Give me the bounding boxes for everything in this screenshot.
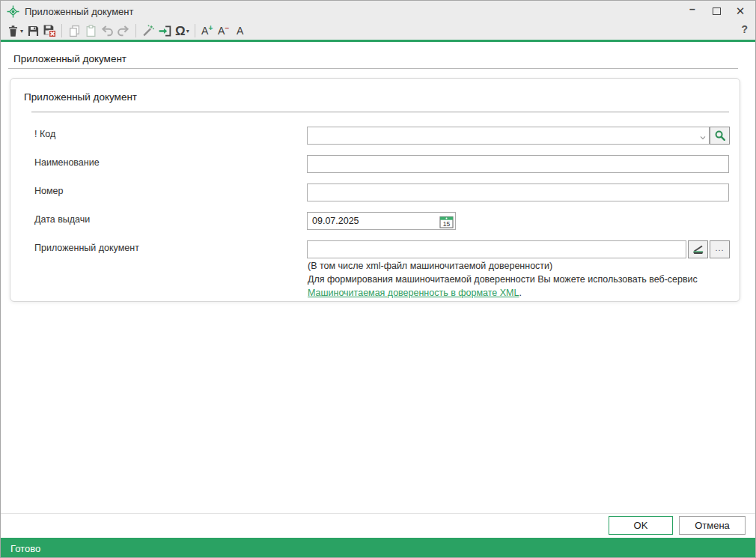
- window-title: Приложенный документ: [25, 6, 133, 17]
- close-button[interactable]: ✕: [728, 1, 752, 22]
- redo-icon: [117, 25, 130, 37]
- app-icon: [7, 5, 19, 18]
- magic-wand-icon: [141, 24, 155, 37]
- hint-line-1: (В том числе xml-файл машиночитаемой дов…: [308, 261, 552, 271]
- magic-wand-button[interactable]: [140, 22, 156, 40]
- toolbar-separator: [61, 24, 62, 37]
- date-input[interactable]: [307, 212, 456, 230]
- scan-button[interactable]: [688, 240, 708, 258]
- toolbar-separator: [195, 24, 195, 37]
- font-decrease-button[interactable]: A−: [216, 22, 232, 40]
- scanner-icon: [692, 243, 705, 255]
- calendar-icon: 15: [439, 216, 454, 228]
- font-increase-button[interactable]: A+: [199, 22, 216, 40]
- field-label-number: Номер: [34, 186, 63, 196]
- font-increase-icon: A+: [201, 25, 213, 36]
- svg-text:15: 15: [442, 219, 450, 227]
- dropdown-caret-icon: ▾: [186, 28, 189, 34]
- import-button[interactable]: [156, 22, 174, 40]
- maximize-icon: [713, 7, 721, 15]
- minimize-button[interactable]: –: [680, 1, 704, 22]
- paste-icon: [85, 25, 97, 37]
- copy-icon: [68, 25, 81, 37]
- omega-button[interactable]: Ω▾: [174, 22, 191, 40]
- delete-button[interactable]: ▾: [5, 22, 25, 40]
- undo-icon: [100, 25, 114, 37]
- page-divider: [8, 68, 738, 69]
- paste-button[interactable]: [82, 22, 99, 40]
- ellipsis-icon: ...: [715, 243, 724, 252]
- cancel-save-button[interactable]: [41, 22, 58, 40]
- undo-button[interactable]: [99, 22, 115, 40]
- section-title: Приложенный документ: [24, 91, 137, 103]
- font-reset-button[interactable]: A: [232, 22, 249, 40]
- file-input[interactable]: [307, 240, 686, 258]
- link-suffix: .: [519, 288, 521, 298]
- code-combobox[interactable]: [307, 127, 710, 145]
- dropdown-caret-icon: ▾: [20, 28, 23, 34]
- field-label-name: Наименование: [34, 157, 100, 168]
- window: Приложенный документ – ✕ ▾: [0, 0, 756, 558]
- toolbar: ▾: [1, 22, 755, 40]
- field-label-issue-date: Дата выдачи: [34, 214, 90, 225]
- toolbar-separator: [135, 24, 136, 37]
- save-icon: [27, 25, 40, 37]
- search-icon: [714, 130, 726, 142]
- field-label-code: ! Код: [34, 129, 55, 139]
- cancel-button[interactable]: Отмена: [679, 516, 746, 535]
- name-input[interactable]: [307, 155, 729, 173]
- close-icon: ✕: [736, 4, 746, 18]
- trash-icon: [7, 25, 19, 37]
- field-label-attached-document: Приложенный документ: [34, 243, 139, 253]
- search-button[interactable]: [710, 127, 730, 145]
- browse-button[interactable]: ...: [710, 240, 730, 258]
- font-reset-icon: A: [237, 25, 243, 36]
- save-button[interactable]: [25, 22, 41, 40]
- chevron-down-icon[interactable]: [699, 131, 707, 139]
- status-text: Готово: [10, 543, 40, 554]
- section-divider: [31, 112, 729, 112]
- accent-line: [1, 40, 755, 42]
- omega-icon: Ω: [175, 25, 186, 37]
- cancel-save-icon: [43, 24, 56, 37]
- font-decrease-icon: A−: [218, 25, 229, 36]
- form-panel: Приложенный документ ! Код Наименование …: [10, 78, 740, 302]
- minimize-icon: –: [689, 3, 695, 15]
- web-service-link[interactable]: Машиночитаемая доверенность в формате XM…: [308, 288, 519, 298]
- calendar-button[interactable]: 15: [437, 214, 455, 229]
- status-bar: Готово: [1, 538, 755, 558]
- help-button[interactable]: ?: [741, 23, 748, 35]
- ok-button[interactable]: OK: [609, 516, 673, 535]
- import-icon: [158, 25, 172, 37]
- titlebar: Приложенный документ – ✕: [1, 1, 755, 22]
- footer-divider: [1, 513, 755, 514]
- number-input[interactable]: [307, 184, 729, 201]
- hint-line-2: Для формирования машиночитаемой доверенн…: [308, 274, 698, 285]
- page-title: Приложенный документ: [13, 53, 126, 64]
- redo-button[interactable]: [115, 22, 132, 40]
- copy-button[interactable]: [66, 22, 82, 40]
- maximize-button[interactable]: [704, 1, 728, 22]
